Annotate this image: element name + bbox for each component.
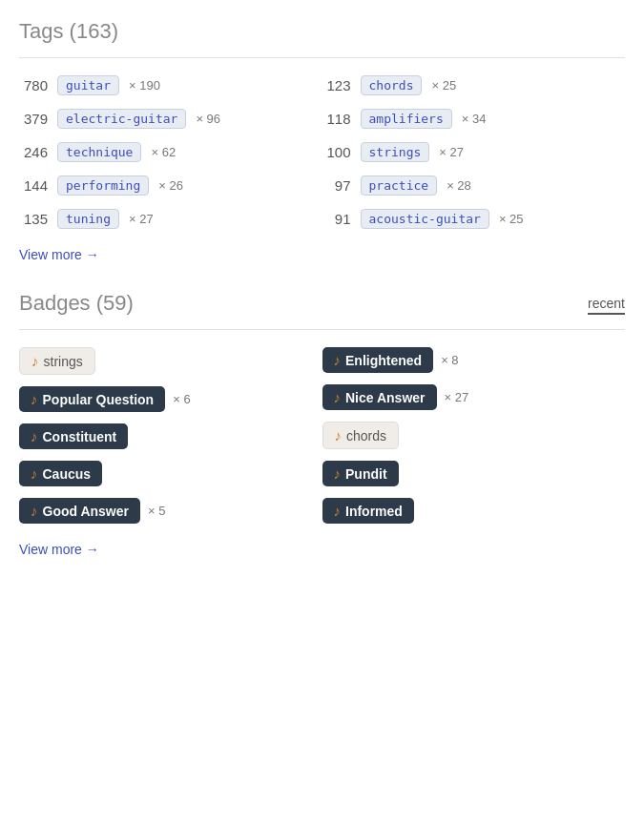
tag-row: 144performing× 26 xyxy=(19,175,322,196)
tag-multiplier: × 27 xyxy=(129,212,154,226)
badge-multiplier: × 27 xyxy=(445,390,469,404)
badge-row: ♪Good Answer× 5 xyxy=(19,498,322,524)
badges-view-more-section: View more → xyxy=(19,541,625,557)
badge-icon: ♪ xyxy=(334,389,342,405)
badge-pill[interactable]: ♪strings xyxy=(19,347,95,375)
badge-label: Caucus xyxy=(43,466,92,482)
badge-label: Nice Answer xyxy=(345,390,426,405)
tag-pill[interactable]: practice xyxy=(361,175,438,196)
tag-score: 780 xyxy=(19,77,48,93)
tag-score: 379 xyxy=(19,111,48,127)
tag-multiplier: × 25 xyxy=(499,212,524,226)
badges-count: (59) xyxy=(96,291,134,315)
tag-pill[interactable]: electric-guitar xyxy=(57,109,186,129)
tags-count: (163) xyxy=(70,19,118,43)
badge-row: ♪Informed xyxy=(322,498,626,524)
tag-score: 144 xyxy=(19,177,48,194)
badge-icon: ♪ xyxy=(31,503,38,519)
tag-multiplier: × 190 xyxy=(129,78,160,93)
tag-row: 135tuning× 27 xyxy=(19,209,322,229)
badge-pill[interactable]: ♪Good Answer xyxy=(19,498,140,524)
badge-icon: ♪ xyxy=(31,428,38,444)
badge-row: ♪chords xyxy=(322,422,626,449)
recent-tab[interactable]: recent xyxy=(588,296,625,315)
badge-pill[interactable]: ♪Pundit xyxy=(322,461,399,486)
badge-pill[interactable]: ♪Enlightened xyxy=(322,347,434,373)
badge-row: ♪Enlightened× 8 xyxy=(322,347,626,373)
tag-score: 246 xyxy=(19,144,48,160)
tag-score: 135 xyxy=(19,211,48,227)
tag-multiplier: × 27 xyxy=(439,145,464,159)
badge-label: Constituent xyxy=(43,429,117,444)
badge-icon: ♪ xyxy=(334,503,342,519)
badge-icon: ♪ xyxy=(334,465,342,482)
badge-pill[interactable]: ♪chords xyxy=(322,422,400,449)
tag-multiplier: × 34 xyxy=(462,112,487,126)
badges-grid: ♪strings♪Popular Question× 6♪Constituent… xyxy=(19,347,625,524)
badge-icon: ♪ xyxy=(31,353,39,369)
badge-pill[interactable]: ♪Nice Answer xyxy=(322,384,437,410)
badge-row: ♪strings xyxy=(19,347,322,375)
tag-score: 118 xyxy=(322,111,351,127)
badge-row: ♪Popular Question× 6 xyxy=(19,386,322,412)
tag-row: 118amplifiers× 34 xyxy=(322,109,626,129)
badge-label: Enlightened xyxy=(345,353,422,368)
badges-right-column: ♪Enlightened× 8♪Nice Answer× 27♪chords♪P… xyxy=(322,347,626,524)
tag-multiplier: × 62 xyxy=(151,145,176,159)
badges-section: Badges (59) recent ♪strings♪Popular Ques… xyxy=(19,291,625,557)
tag-multiplier: × 26 xyxy=(158,178,183,193)
tag-score: 91 xyxy=(322,211,351,227)
tag-row: 123chords× 25 xyxy=(322,75,626,95)
tag-row: 91acoustic-guitar× 25 xyxy=(322,209,626,229)
badges-title: Badges (59) xyxy=(19,291,134,316)
tag-pill[interactable]: performing xyxy=(57,175,149,196)
tag-pill[interactable]: acoustic-guitar xyxy=(361,209,489,229)
tag-pill[interactable]: tuning xyxy=(57,209,119,229)
tags-title: Tags (163) xyxy=(19,19,118,44)
badge-pill[interactable]: ♪Constituent xyxy=(19,423,128,449)
tag-score: 123 xyxy=(322,77,351,93)
tag-row: 100strings× 27 xyxy=(322,142,626,162)
badge-multiplier: × 5 xyxy=(148,504,165,518)
tag-score: 97 xyxy=(322,177,351,194)
badge-row: ♪Nice Answer× 27 xyxy=(322,384,626,410)
tag-row: 246technique× 62 xyxy=(19,142,322,162)
badge-row: ♪Caucus xyxy=(19,461,322,486)
badge-row: ♪Constituent xyxy=(19,423,322,449)
tag-row: 379electric-guitar× 96 xyxy=(19,109,322,129)
tags-left-column: 780guitar× 190379electric-guitar× 96246t… xyxy=(19,75,322,229)
badge-label: Popular Question xyxy=(43,392,155,407)
badges-divider xyxy=(19,329,625,330)
tag-score: 100 xyxy=(322,144,351,160)
tag-multiplier: × 96 xyxy=(196,112,220,126)
tags-section: Tags (163) 780guitar× 190379electric-gui… xyxy=(19,19,625,262)
badge-label: Good Answer xyxy=(43,504,130,519)
badge-label: Informed xyxy=(345,504,403,519)
badge-label: strings xyxy=(44,354,83,369)
tag-pill[interactable]: technique xyxy=(57,142,141,162)
badge-multiplier: × 8 xyxy=(441,353,458,367)
badge-icon: ♪ xyxy=(335,427,343,443)
badge-label: chords xyxy=(346,428,386,443)
badge-pill[interactable]: ♪Popular Question xyxy=(19,386,165,412)
badge-pill[interactable]: ♪Caucus xyxy=(19,461,102,486)
tag-pill[interactable]: chords xyxy=(361,75,423,95)
tag-row: 97practice× 28 xyxy=(322,175,626,196)
badge-multiplier: × 6 xyxy=(173,392,190,406)
tags-divider xyxy=(19,57,625,58)
badge-icon: ♪ xyxy=(334,352,342,368)
badge-icon: ♪ xyxy=(31,465,38,482)
tag-pill[interactable]: amplifiers xyxy=(361,109,452,129)
tag-multiplier: × 28 xyxy=(447,178,471,193)
tags-view-more[interactable]: View more → xyxy=(19,247,99,262)
badges-view-more[interactable]: View more → xyxy=(19,542,99,557)
tags-right-column: 123chords× 25118amplifiers× 34100strings… xyxy=(322,75,626,229)
tag-row: 780guitar× 190 xyxy=(19,75,322,95)
badges-left-column: ♪strings♪Popular Question× 6♪Constituent… xyxy=(19,347,322,524)
tag-pill[interactable]: guitar xyxy=(57,75,119,95)
tag-multiplier: × 25 xyxy=(431,78,456,93)
badge-row: ♪Pundit xyxy=(322,461,626,486)
badge-pill[interactable]: ♪Informed xyxy=(322,498,414,524)
tag-pill[interactable]: strings xyxy=(361,142,430,162)
badge-icon: ♪ xyxy=(31,391,38,407)
